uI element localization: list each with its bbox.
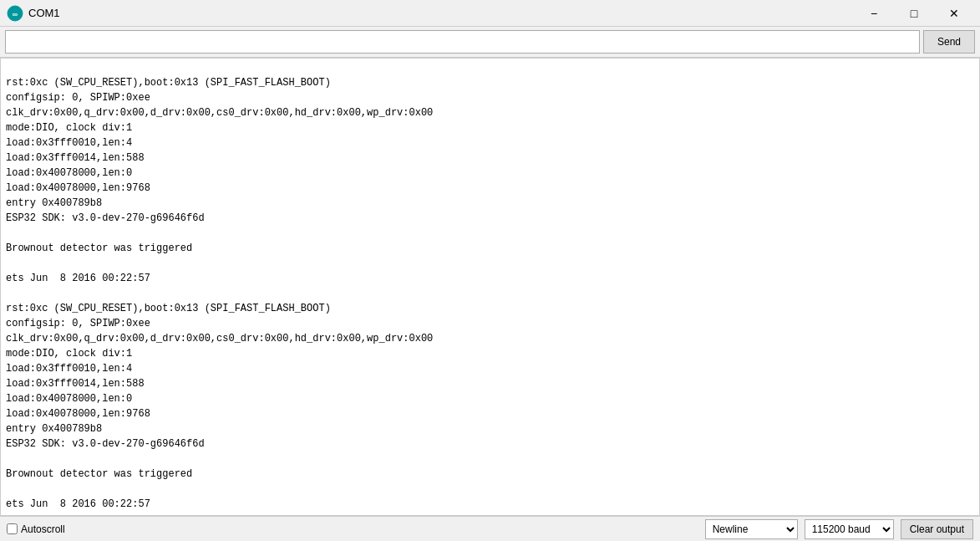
serial-output-text: ets Jun 8 2016 00:22:57 rst:0xc (SW_CPU_…	[6, 58, 433, 510]
close-button[interactable]: ✕	[935, 2, 973, 25]
title-left: ∞ COM1	[7, 5, 60, 22]
title-bar: ∞ COM1 − □ ✕	[0, 0, 980, 27]
serial-output[interactable]: ets Jun 8 2016 00:22:57 rst:0xc (SW_CPU_…	[0, 58, 980, 516]
status-bar: Autoscroll No line ending Newline Carria…	[0, 516, 980, 541]
maximize-button[interactable]: □	[895, 2, 933, 25]
baud-select[interactable]: 300 baud 1200 baud 2400 baud 4800 baud 9…	[805, 519, 894, 539]
window-title: COM1	[28, 7, 60, 19]
minimize-button[interactable]: −	[855, 2, 893, 25]
svg-text:∞: ∞	[13, 10, 18, 18]
serial-input[interactable]	[5, 30, 920, 54]
send-button[interactable]: Send	[923, 30, 975, 54]
clear-output-button[interactable]: Clear output	[901, 519, 973, 539]
toolbar: Send	[0, 27, 980, 58]
title-controls: − □ ✕	[855, 2, 973, 25]
autoscroll-label[interactable]: Autoscroll	[21, 523, 65, 535]
autoscroll-checkbox[interactable]	[7, 523, 18, 534]
autoscroll-area: Autoscroll	[7, 523, 65, 535]
arduino-logo-icon: ∞	[7, 5, 23, 22]
newline-select[interactable]: No line ending Newline Carriage return B…	[705, 519, 798, 539]
